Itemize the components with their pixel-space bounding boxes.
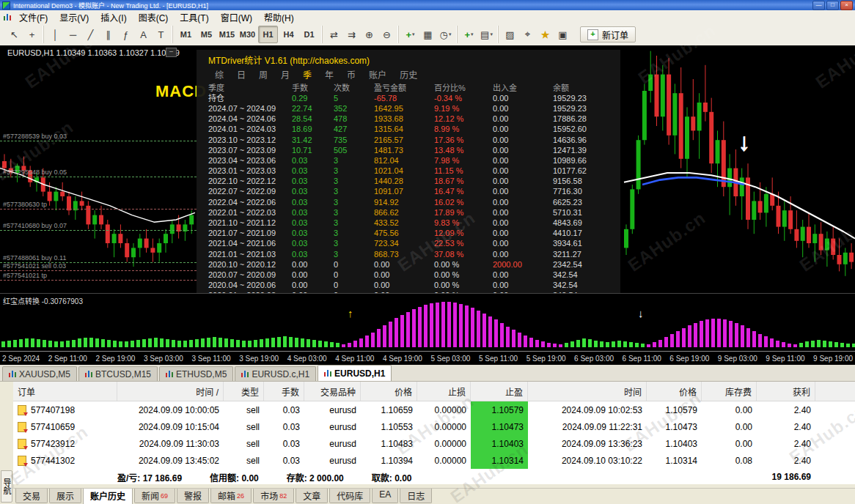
bottom-tab-4[interactable]: 警报 xyxy=(177,489,209,503)
history-cell: 1.10314 xyxy=(647,452,702,469)
bottom-tab-0[interactable]: 交易 xyxy=(15,489,48,503)
time-label-4: 3 Sep 11:00 xyxy=(191,355,230,363)
stats-tab-0[interactable]: 综 xyxy=(208,68,230,81)
toolbar: ↖+│─╱∥ƒATM1M5M15M30H1H4D1⇄⇉⊕⊖+▾▦◷▾+▾▤▾▨⌖… xyxy=(0,23,855,46)
timeframe-h1-button[interactable]: H1 xyxy=(258,26,278,43)
timeframe-m30-button[interactable]: M30 xyxy=(238,26,257,43)
fibonacci-icon[interactable]: ƒ xyxy=(117,26,134,43)
stats-cell: 1933.68 xyxy=(374,114,434,124)
tile-windows-icon[interactable]: ▦ xyxy=(419,26,436,43)
menu-item-3[interactable]: 图表(C) xyxy=(133,11,175,23)
chart-tab-4[interactable]: EURUSD,H1 xyxy=(318,365,392,381)
stats-tab-8[interactable]: 历史 xyxy=(393,68,424,81)
add-chart-icon[interactable]: +▾ xyxy=(460,26,477,43)
chart-type-icon[interactable]: ▤▾ xyxy=(478,26,495,43)
chart-tab-0[interactable]: XAUUSD,M5 xyxy=(2,366,77,381)
chart-area[interactable]: EURUSD,H1 1.10349 1.10363 1.10327 1.1034… xyxy=(0,45,855,293)
chart-tab-3[interactable]: EURUSD.c,H1 xyxy=(235,366,316,381)
bottom-tab-7[interactable]: 文章 xyxy=(296,489,328,503)
stats-cell: 11.15 % xyxy=(434,166,493,176)
zoom-out-icon[interactable]: ⊖ xyxy=(378,26,395,43)
vline-icon[interactable]: │ xyxy=(47,26,64,43)
bottom-tab-8[interactable]: 代码库 xyxy=(329,489,370,503)
menu-item-6[interactable]: 帮助(H) xyxy=(258,11,300,23)
history-column-9[interactable]: 价格 xyxy=(647,382,702,401)
history-cell: eurusd xyxy=(304,452,361,469)
bottom-tab-1[interactable]: 展示 xyxy=(49,489,81,503)
stats-cell: -0.34 % xyxy=(434,94,493,103)
menu-item-0[interactable]: 文件(F) xyxy=(13,11,54,23)
stats-tab-3[interactable]: 月 xyxy=(274,68,296,81)
history-row-2[interactable]: 5774239122024.09.09 11:30:03sell0.03euru… xyxy=(13,435,855,452)
history-column-2[interactable]: 类型 xyxy=(224,382,264,401)
bottom-tab-3[interactable]: 新闻69 xyxy=(134,489,175,503)
history-column-4[interactable]: 交易品种 xyxy=(304,382,361,401)
timeframe-m1-button[interactable]: M1 xyxy=(176,26,196,43)
menu-item-5[interactable]: 窗口(W) xyxy=(215,11,258,23)
history-column-12[interactable] xyxy=(815,382,855,401)
stats-tab-5[interactable]: 年 xyxy=(318,68,340,81)
order-line-1 xyxy=(0,177,197,177)
history-column-11[interactable]: 获利 xyxy=(757,382,815,401)
bottom-tab-9[interactable]: EA xyxy=(372,489,398,503)
menu-item-2[interactable]: 插入(I) xyxy=(95,11,132,23)
history-row-1[interactable]: 5774106592024.09.09 10:15:04sell0.03euru… xyxy=(13,418,855,435)
stats-cell: 0.00 xyxy=(493,94,553,103)
bottom-tab-6[interactable]: 市场82 xyxy=(253,489,294,503)
navigator-vertical-tab[interactable]: 导航 xyxy=(1,470,12,503)
stats-cell: 15952.60 xyxy=(553,125,617,134)
history-column-7[interactable]: 止盈 xyxy=(471,382,528,401)
indicator-pane[interactable]: 红宝点转换 -0.30767903 ↑↓ xyxy=(0,293,855,352)
mt4-application-window: International Demo3 - 模拟账户 - New Trading… xyxy=(0,0,855,504)
timeframe-h4-button[interactable]: H4 xyxy=(279,26,298,43)
trendline-icon[interactable]: ╱ xyxy=(82,26,99,43)
text-icon[interactable]: A xyxy=(135,26,152,43)
chart-tab-2[interactable]: ETHUSD,M5 xyxy=(159,366,233,381)
close-button[interactable]: × xyxy=(840,1,853,10)
label-icon[interactable]: T xyxy=(153,26,169,43)
timeframe-d1-button[interactable]: D1 xyxy=(299,26,319,43)
history-column-1[interactable]: 时间 / xyxy=(117,382,224,401)
period-clock-icon[interactable]: ◷▾ xyxy=(437,26,454,43)
history-column-0[interactable]: 订单 xyxy=(13,382,117,401)
restore-button[interactable]: □ xyxy=(826,1,839,10)
hline-icon[interactable]: ─ xyxy=(65,26,81,43)
minimize-button[interactable]: — xyxy=(812,1,825,10)
history-column-8[interactable]: 时间 xyxy=(528,382,647,401)
chart-shift-icon[interactable]: ⇄ xyxy=(326,26,342,43)
new-order-button[interactable]: + 新订单 xyxy=(580,26,636,42)
bottom-tab-5[interactable]: 邮箱26 xyxy=(210,489,252,503)
add-indicator-icon[interactable]: +▾ xyxy=(402,26,419,43)
stats-tab-6[interactable]: 币 xyxy=(340,68,362,81)
history-row-3[interactable]: 5774413022024.09.09 13:45:02sell0.03euru… xyxy=(13,452,855,469)
zoom-in-icon[interactable]: ⊕ xyxy=(361,26,378,43)
chart-minimize-button[interactable]: – xyxy=(166,48,177,57)
stats-tab-4[interactable]: 季 xyxy=(296,68,318,81)
bottom-tab-2[interactable]: 账户历史 xyxy=(83,489,133,504)
history-column-6[interactable]: 止损 xyxy=(417,382,471,401)
bottom-tab-10[interactable]: 日志 xyxy=(400,489,432,503)
docking-icon[interactable]: ▣ xyxy=(554,26,571,43)
stats-tab-2[interactable]: 周 xyxy=(252,68,274,81)
stats-tab-1[interactable]: 日 xyxy=(230,68,252,81)
cursor-icon[interactable]: ↖ xyxy=(6,26,23,43)
channel-icon[interactable]: ∥ xyxy=(100,26,117,43)
menu-item-1[interactable]: 显示(V) xyxy=(54,11,95,23)
history-column-3[interactable]: 手数 xyxy=(264,382,304,401)
stats-cell: 16.47 % xyxy=(434,187,493,196)
history-column-5[interactable]: 价格 xyxy=(361,382,417,401)
timeframe-m15-button[interactable]: M15 xyxy=(217,26,237,43)
menu-item-4[interactable]: 工具(T) xyxy=(174,11,214,23)
favorites-icon[interactable]: ★ xyxy=(537,26,554,43)
toolbar-group-6: ▨⌖★▣ xyxy=(498,26,574,43)
crosshair-icon[interactable]: + xyxy=(23,26,40,43)
template-icon[interactable]: ▨ xyxy=(502,26,518,43)
history-row-0[interactable]: 5774071982024.09.09 10:00:05sell0.03euru… xyxy=(13,401,855,418)
timeframe-m5-button[interactable]: M5 xyxy=(197,26,216,43)
history-cell: sell xyxy=(224,401,264,418)
chart-tab-1[interactable]: BTCUSD,M15 xyxy=(78,366,158,381)
autoscroll-icon[interactable]: ⇉ xyxy=(343,26,360,43)
cursor-target-icon[interactable]: ⌖ xyxy=(519,26,536,43)
stats-tab-7[interactable]: 账户 xyxy=(362,68,393,81)
history-column-10[interactable]: 库存费 xyxy=(702,382,757,401)
